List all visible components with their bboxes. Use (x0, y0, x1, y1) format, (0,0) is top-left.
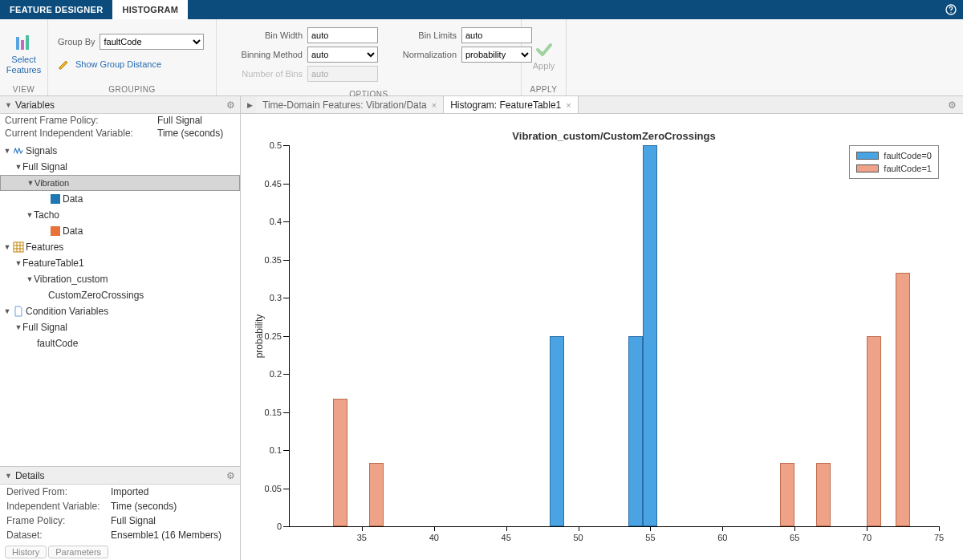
svg-rect-7 (14, 242, 23, 252)
tabs-menu-icon[interactable]: ▶ (244, 96, 256, 113)
details-row: Derived From:Imported (0, 485, 240, 499)
histogram-bar (550, 336, 564, 527)
histogram-chart: Vibration_custom/CustomZeroCrossings pro… (241, 114, 963, 560)
history-tab[interactable]: History (5, 546, 47, 558)
variables-tree: ▼Signals ▼Full Signal ▼Vibration Data ▼T… (0, 140, 240, 466)
num-bins-input (307, 66, 378, 82)
show-group-distance-button[interactable]: Show Group Distance (58, 58, 204, 71)
y-tick-label: 0.1 (270, 445, 282, 455)
chart-title: Vibration_custom/CustomZeroCrossings (289, 130, 939, 142)
svg-rect-5 (51, 194, 60, 204)
y-tick-label: 0.5 (270, 140, 282, 150)
binning-method-select[interactable]: auto (307, 47, 378, 63)
doctab-histogram[interactable]: Histogram: FeatureTable1× (444, 96, 579, 113)
tree-tacho[interactable]: ▼Tacho (0, 207, 240, 223)
svg-rect-3 (21, 40, 24, 50)
legend-swatch-0 (856, 152, 879, 160)
left-panel: ▼ Variables ⚙ Current Frame Policy:Full … (0, 96, 241, 560)
svg-rect-4 (26, 35, 29, 50)
parameters-tab[interactable]: Parameters (48, 546, 108, 558)
tree-full-signal-2[interactable]: ▼Full Signal (0, 319, 240, 335)
table-icon (13, 241, 24, 253)
square-icon (50, 193, 61, 205)
x-tick-label: 75 (934, 533, 944, 542)
tree-features[interactable]: ▼Features (0, 239, 240, 255)
x-tick-label: 55 (645, 533, 655, 542)
histogram-bar (867, 336, 881, 527)
binning-method-label: Binning Method (226, 50, 303, 59)
histogram-bar (369, 463, 384, 526)
ribbon-grouping-label: GROUPING (48, 85, 216, 95)
collapse-icon: ▼ (5, 101, 12, 109)
y-axis-label: probability (254, 314, 265, 358)
close-icon[interactable]: × (566, 100, 571, 110)
x-tick-label: 40 (429, 533, 439, 542)
histogram-bar (780, 463, 794, 526)
tree-faultcode[interactable]: faultCode (0, 335, 240, 351)
tab-histogram[interactable]: HISTOGRAM (112, 0, 188, 19)
square-icon (50, 225, 61, 237)
document-tabs: ▶ Time-Domain Features: Vibration/Data× … (241, 96, 963, 114)
frame-policy-row: Current Frame Policy:Full Signal (0, 114, 240, 127)
details-row: Dataset:Ensemble1 (16 Members) (0, 528, 240, 542)
gear-icon[interactable]: ⚙ (226, 99, 235, 111)
indep-var-row: Current Independent Variable:Time (secon… (0, 127, 240, 140)
ribbon-view-label: VIEW (0, 85, 47, 95)
bin-width-label: Bin Width (226, 30, 303, 40)
details-row: Independent Variable:Time (seconds) (0, 499, 240, 513)
normalization-label: Normalization (391, 50, 457, 59)
ribbon-apply-label: APPLY (522, 85, 566, 95)
tree-vibration-data[interactable]: Data (0, 191, 240, 207)
doctab-time-domain[interactable]: Time-Domain Features: Vibration/Data× (256, 96, 444, 113)
tree-signals[interactable]: ▼Signals (0, 143, 240, 159)
tree-customzerocrossings[interactable]: CustomZeroCrossings (0, 287, 240, 303)
y-tick-label: 0.35 (265, 255, 282, 265)
help-icon[interactable] (939, 0, 963, 19)
details-row: Frame Policy:Full Signal (0, 513, 240, 528)
close-icon[interactable]: × (432, 100, 437, 110)
tree-featuretable1[interactable]: ▼FeatureTable1 (0, 255, 240, 271)
histogram-bar (896, 273, 910, 526)
svg-rect-2 (16, 37, 19, 50)
paper-icon (13, 306, 24, 317)
num-bins-label: Number of Bins (226, 69, 303, 79)
x-tick-label: 50 (573, 533, 583, 542)
y-tick-label: 0.05 (265, 484, 282, 493)
select-features-button[interactable]: Select Features (6, 29, 41, 75)
apply-button[interactable]: Apply (523, 34, 565, 71)
gear-icon[interactable]: ⚙ (941, 96, 963, 113)
x-tick-label: 65 (790, 533, 799, 542)
y-tick-label: 0.3 (270, 293, 282, 302)
gear-icon[interactable]: ⚙ (226, 470, 235, 481)
y-tick-label: 0.25 (265, 331, 282, 341)
tree-condition-variables[interactable]: ▼Condition Variables (0, 303, 240, 319)
signal-icon (13, 145, 24, 156)
tree-vibration-custom[interactable]: ▼Vibration_custom (0, 271, 240, 287)
x-tick-label: 60 (717, 533, 727, 542)
collapse-icon: ▼ (5, 472, 12, 480)
x-tick-label: 35 (357, 533, 367, 542)
chart-legend: faultCode=0 faultCode=1 (849, 145, 939, 179)
histogram-bar (333, 399, 347, 526)
histogram-bar (643, 145, 657, 526)
legend-swatch-1 (856, 164, 879, 172)
titlebar: FEATURE DESIGNER HISTOGRAM (0, 0, 963, 19)
tree-full-signal-1[interactable]: ▼Full Signal (0, 159, 240, 175)
group-by-select[interactable]: faultCode (100, 34, 204, 50)
tab-feature-designer[interactable]: FEATURE DESIGNER (0, 0, 112, 19)
y-tick-label: 0.15 (265, 408, 282, 417)
y-tick-label: 0 (277, 521, 282, 531)
tree-vibration[interactable]: ▼Vibration (0, 175, 240, 191)
variables-header[interactable]: ▼ Variables ⚙ (0, 96, 240, 114)
details-header[interactable]: ▼ Details ⚙ (0, 467, 240, 485)
bin-width-input[interactable] (307, 27, 378, 43)
y-tick-label: 0.2 (270, 369, 282, 379)
ribbon: Select Features VIEW Group By faultCode … (0, 19, 963, 96)
svg-point-1 (950, 12, 951, 13)
bin-limits-label: Bin Limits (391, 30, 457, 40)
svg-rect-6 (51, 226, 60, 236)
histogram-bar (628, 336, 643, 527)
y-tick-label: 0.4 (270, 217, 282, 226)
tree-tacho-data[interactable]: Data (0, 223, 240, 239)
histogram-bar (816, 463, 831, 526)
